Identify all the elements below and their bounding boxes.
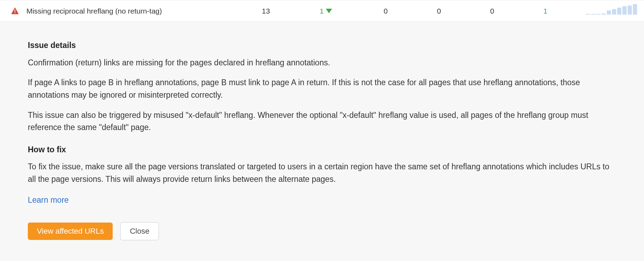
issue-details-p2: If page A links to page B in hreflang an… [28,76,616,101]
sparkline [572,4,644,18]
caret-down-icon [326,9,332,13]
col-change: 1 [292,7,359,15]
issue-title: Missing reciprocal hreflang (no return-t… [26,7,239,15]
spark-bar [602,14,606,15]
spark-bar [596,14,601,15]
how-to-fix-p1: To fix the issue, make sure all the page… [28,161,616,185]
spark-bar [612,9,616,15]
spark-bar [633,4,637,15]
error-icon-cell [10,7,26,16]
error-icon [10,7,19,16]
spark-bar [617,8,621,15]
view-affected-urls-button[interactable]: View affected URLs [28,223,113,240]
spark-bar [628,6,632,15]
close-button[interactable]: Close [120,222,159,240]
learn-more-link[interactable]: Learn more [28,194,69,207]
issue-details-panel: Issue details Confirmation (return) link… [0,22,644,261]
col-crawled: 13 [239,7,292,15]
svg-rect-0 [15,9,15,12]
issue-row[interactable]: Missing reciprocal hreflang (no return-t… [0,0,644,22]
col-missing: 1 [519,7,572,15]
svg-rect-1 [15,12,15,13]
spark-bar [607,10,611,15]
issue-details-heading: Issue details [28,39,616,52]
spark-bar [622,6,627,15]
issue-details-p1: Confirmation (return) links are missing … [28,57,616,69]
change-value: 1 [320,7,324,15]
col-new: 0 [412,7,466,15]
col-removed: 0 [466,7,519,15]
issue-details-p3: This issue can also be triggered by misu… [28,109,616,134]
spark-bar [591,14,595,15]
how-to-fix-heading: How to fix [28,144,616,156]
spark-bar [586,14,590,15]
button-row: View affected URLs Close [28,222,616,240]
col-added: 0 [359,7,412,15]
